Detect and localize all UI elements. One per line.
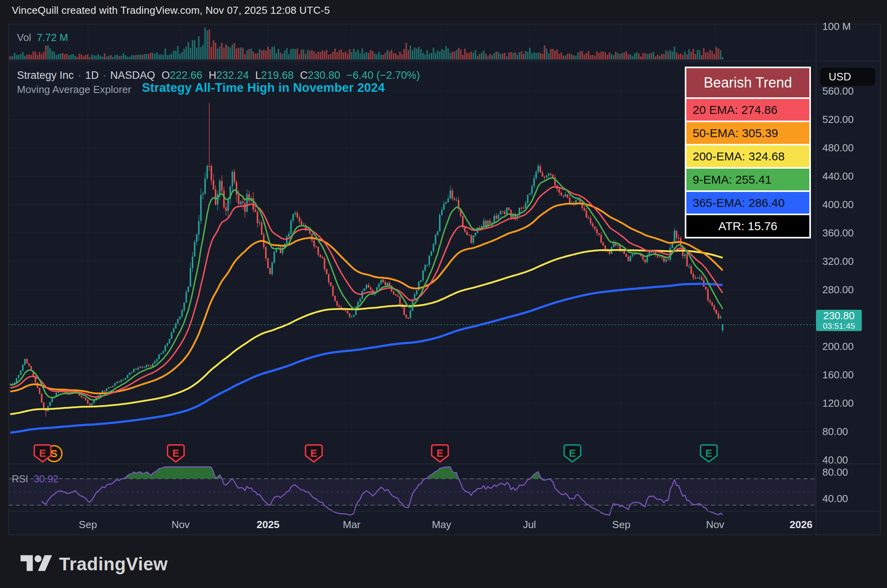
rsi-label: RSI xyxy=(12,473,28,484)
price-tick-40: 40.00 xyxy=(822,454,878,465)
earnings-badge-4[interactable]: E xyxy=(430,444,451,467)
indicator-legend[interactable]: Moving Average Explorer xyxy=(17,84,131,96)
tradingview-wordmark[interactable]: TradingView xyxy=(59,553,168,575)
volume-label: Vol xyxy=(17,32,31,43)
legend-row-0: 20 EMA: 274.86 xyxy=(686,99,809,121)
separator-dot: · xyxy=(103,69,106,81)
price-tick-480: 480.00 xyxy=(822,142,878,153)
svg-text:E: E xyxy=(436,447,443,459)
earnings-badge-2[interactable]: E xyxy=(166,444,186,467)
symbol-name: Strategy Inc xyxy=(17,69,74,81)
time-tick-Mar: Mar xyxy=(328,519,375,531)
price-tick-360: 360.00 xyxy=(822,227,878,238)
tradingview-logo-icon[interactable] xyxy=(20,552,52,578)
time-tick-2026: 2026 xyxy=(777,519,825,531)
symbol-interval: 1D xyxy=(85,69,99,81)
time-tick-Sep: Sep xyxy=(598,519,645,531)
svg-text:E: E xyxy=(172,447,179,459)
page-title: VinceQuill created with TradingView.com,… xyxy=(12,4,330,17)
symbol-legend[interactable]: Strategy Inc·1D·NASDAQO222.66H232.24L219… xyxy=(17,69,420,82)
ema-365-line xyxy=(10,284,723,433)
volume-value: 7.72 M xyxy=(37,32,68,43)
candles xyxy=(9,103,723,417)
price-tick-200: 200.00 xyxy=(822,341,878,352)
svg-text:E: E xyxy=(39,447,46,459)
symbol-exchange: NASDAQ xyxy=(110,69,155,81)
rsi-value: 30.92 xyxy=(34,473,59,484)
time-tick-Nov: Nov xyxy=(691,519,739,531)
price-tick-440: 440.00 xyxy=(822,171,878,182)
rsi-tick-40: 40.00 xyxy=(822,493,878,504)
ohlc-key-O: O xyxy=(162,69,170,81)
ohlc-key-H: H xyxy=(209,69,216,81)
ohlc-key-C: C xyxy=(300,69,308,81)
earnings-badge-5[interactable]: E xyxy=(563,444,583,467)
time-tick-Nov: Nov xyxy=(157,519,204,531)
svg-text:E: E xyxy=(705,447,712,459)
ohlc-value-H: 232.24 xyxy=(216,69,249,81)
volume-axis-tick: 100 M xyxy=(822,20,851,33)
price-tick-80: 80.00 xyxy=(822,426,878,437)
trend-legend-box: Bearish Trend 20 EMA: 274.8650-EMA: 305.… xyxy=(685,67,811,238)
legend-row-4: 365-EMA: 286.40 xyxy=(686,192,809,214)
rsi-legend[interactable]: RSI30.92 xyxy=(12,473,58,485)
volume-bars xyxy=(9,27,723,60)
last-price-value: 230.80 xyxy=(816,310,862,322)
price-tick-560: 560.00 xyxy=(822,86,878,97)
svg-text:S: S xyxy=(50,448,57,460)
earnings-badge-1[interactable]: SE xyxy=(33,444,63,467)
ema-20-line xyxy=(10,187,723,397)
ohlc-value-C: 230.80 xyxy=(307,69,340,81)
legend-row-1: 50-EMA: 305.39 xyxy=(686,122,809,144)
earnings-badge-3[interactable]: E xyxy=(304,444,324,467)
price-tick-520: 520.00 xyxy=(822,114,878,125)
price-tick-400: 400.00 xyxy=(822,199,878,210)
price-tick-320: 320.00 xyxy=(822,256,878,267)
time-tick-Jul: Jul xyxy=(506,519,553,531)
ohlc-value-L: 219.68 xyxy=(261,69,294,81)
ath-annotation[interactable]: Strategy All-Time High in November 2024 xyxy=(142,81,385,95)
earnings-badge-6[interactable]: E xyxy=(699,444,719,467)
svg-text:E: E xyxy=(310,447,317,459)
separator-dot: · xyxy=(78,69,81,81)
bar-countdown: 03:51:45 xyxy=(816,322,862,330)
rsi-tick-80: 80.00 xyxy=(822,467,878,478)
legend-row-2: 200-EMA: 324.68 xyxy=(686,145,809,167)
ohlc-key-L: L xyxy=(255,69,261,81)
currency-button[interactable]: USD xyxy=(820,68,875,86)
volume-legend[interactable]: Vol7.72 M xyxy=(17,32,68,44)
time-tick-2025: 2025 xyxy=(244,519,292,531)
price-tick-280: 280.00 xyxy=(822,284,878,295)
price-tick-120: 120.00 xyxy=(822,398,878,409)
change-value: −6.40 (−2.70%) xyxy=(347,69,420,81)
legend-row-3: 9-EMA: 255.41 xyxy=(686,169,809,190)
time-tick-May: May xyxy=(418,519,465,531)
ohlc-value-O: 222.66 xyxy=(170,69,203,81)
trend-legend-header: Bearish Trend xyxy=(686,68,809,97)
price-tick-160: 160.00 xyxy=(822,369,878,380)
tradingview-chart-page: VinceQuill created with TradingView.com,… xyxy=(0,0,887,588)
legend-row-5: ATR: 15.76 xyxy=(686,215,809,237)
last-price-tag: 230.80 03:51:45 xyxy=(816,310,862,331)
svg-text:E: E xyxy=(569,447,576,459)
time-tick-Sep: Sep xyxy=(64,519,112,531)
